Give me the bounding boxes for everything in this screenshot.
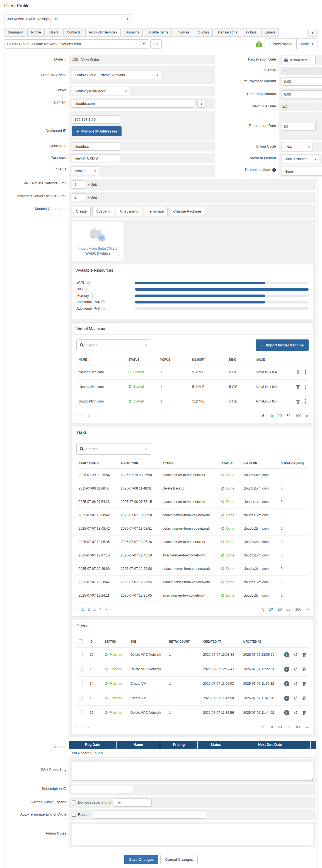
page-number-4[interactable]: 4: [99, 607, 101, 611]
page-size-50[interactable]: 50: [287, 725, 290, 729]
cancel-changes-button[interactable]: Cancel Changes: [160, 855, 198, 864]
row-checkbox[interactable]: [78, 681, 83, 685]
queue-col-retry-count[interactable]: RETRY COUNT: [167, 636, 201, 648]
service-selector[interactable]: Solus2 Cloud - Private Network - cloudbs…: [4, 39, 148, 49]
tasks-col-duration-min-[interactable]: DURATION [MIN]: [279, 459, 309, 469]
tab-contacts[interactable]: Contacts: [63, 28, 84, 36]
retry-icon[interactable]: ↺: [294, 696, 298, 701]
delete-icon[interactable]: [302, 652, 307, 657]
tab-transactions[interactable]: Transactions: [214, 28, 241, 36]
queue-col-status[interactable]: STATUS: [103, 636, 128, 648]
info-icon[interactable]: i: [284, 652, 289, 657]
help-icon[interactable]: ?: [91, 294, 94, 298]
more-actions-icon[interactable]: [304, 369, 307, 375]
page-number-1[interactable]: 1: [82, 607, 84, 611]
page-size-all[interactable]: ∞: [306, 607, 309, 611]
page-number-3[interactable]: 3: [94, 607, 96, 611]
tab-domains[interactable]: Domains: [122, 28, 143, 36]
row-checkbox[interactable]: [78, 695, 83, 700]
promotion-code-select[interactable]: None ▼: [282, 167, 322, 176]
page-size-10[interactable]: 10: [269, 725, 273, 729]
suspend-until-date-input[interactable]: [114, 798, 152, 807]
status-select[interactable]: Active ∨: [72, 166, 99, 175]
change-package-module-button[interactable]: Change Package: [169, 207, 205, 216]
more-actions-icon[interactable]: [304, 399, 307, 404]
info-icon[interactable]: i: [284, 710, 289, 715]
server-select[interactable]: Solus2 (3/200 Accc ∨: [72, 87, 130, 95]
page-size-5[interactable]: 5: [262, 725, 264, 729]
retry-icon[interactable]: ↺: [294, 710, 298, 715]
manage-ip-addresses-button[interactable]: + Manage IP Addresses: [72, 126, 122, 136]
delete-icon[interactable]: [296, 384, 300, 389]
page-size-all[interactable]: ∞: [306, 725, 309, 729]
clear-search-icon[interactable]: ✕: [145, 447, 148, 451]
import-virtual-machine-button[interactable]: + Import Virtual Machine: [256, 339, 309, 351]
info-icon[interactable]: i: [284, 666, 289, 672]
info-icon[interactable]: i: [284, 695, 289, 701]
tab-quotes[interactable]: Quotes: [194, 28, 213, 36]
page-size-50[interactable]: 50: [287, 414, 290, 418]
import-from-solusvm-card[interactable]: ↺ •• ⚙ Import From SolusVM 2.0 WHMCS Add…: [72, 222, 124, 261]
tasks-col-action[interactable]: ACTION: [160, 459, 219, 469]
retry-icon[interactable]: ↺: [294, 681, 298, 686]
unsuspend-module-button[interactable]: Unsuspend: [116, 207, 142, 216]
tab-emails[interactable]: Emails: [261, 28, 279, 36]
payment-method-select[interactable]: Bank Transfer ∨: [282, 155, 319, 163]
vm-col-disk[interactable]: DISK: [227, 355, 253, 365]
row-checkbox[interactable]: [78, 652, 83, 656]
page-size-5[interactable]: 5: [262, 414, 264, 418]
previous-page-icon[interactable]: ‹: [76, 413, 78, 418]
tab-tickets[interactable]: Tickets: [242, 28, 260, 36]
help-icon[interactable]: ?: [101, 301, 105, 304]
first-payment-input[interactable]: [282, 78, 322, 86]
terminate-reason-input[interactable]: [93, 810, 206, 818]
tabs-overflow-button[interactable]: ▼: [307, 29, 318, 36]
product-service-select[interactable]: Solus2 Cloud - Private Network ∨: [72, 70, 161, 79]
page-size-all[interactable]: ∞: [306, 414, 309, 418]
domain-input[interactable]: [72, 100, 194, 108]
delete-icon[interactable]: [296, 370, 300, 375]
new-addon-button[interactable]: + New Addon: [265, 39, 296, 49]
more-button[interactable]: More ▼: [296, 39, 318, 49]
page-size-5[interactable]: 5: [262, 607, 264, 611]
delete-icon[interactable]: [302, 710, 307, 715]
queue-col-updated-at[interactable]: UPDATED AT: [241, 636, 282, 648]
page-size-100[interactable]: 100: [295, 414, 301, 418]
delete-icon[interactable]: [302, 696, 307, 701]
page-size-100[interactable]: 100: [295, 607, 301, 611]
domain-dropdown-button[interactable]: ▼: [197, 100, 205, 108]
tab-profile[interactable]: Profile: [27, 28, 44, 36]
ssh-public-key-textarea[interactable]: [72, 761, 313, 781]
page-number-2[interactable]: 2: [88, 607, 90, 611]
page-size-20[interactable]: 20: [278, 414, 282, 418]
auto-terminate-checkbox[interactable]: [72, 813, 76, 817]
next-page-icon[interactable]: ›: [88, 725, 89, 730]
tab-products-services[interactable]: Products/Services: [85, 28, 121, 36]
suspend-module-button[interactable]: Suspend: [92, 207, 114, 216]
help-icon[interactable]: ?: [87, 281, 91, 285]
page-size-10[interactable]: 10: [269, 607, 273, 611]
retry-icon[interactable]: ↺: [294, 667, 298, 672]
queue-col-job[interactable]: JOB: [128, 636, 167, 648]
select-all-checkbox[interactable]: [78, 639, 83, 644]
page-size-10[interactable]: 10: [269, 414, 273, 418]
order-value[interactable]: 120 - View Order: [72, 58, 99, 62]
admin-notes-textarea[interactable]: [72, 824, 313, 845]
billing-cycle-select[interactable]: Free ∨: [282, 143, 313, 151]
tasks-col-vm-name[interactable]: VM NAME: [241, 459, 278, 469]
delete-icon[interactable]: [302, 667, 307, 672]
info-icon[interactable]: i: [284, 681, 289, 686]
dedicated-ip-input[interactable]: [72, 116, 120, 124]
previous-page-icon[interactable]: ‹: [76, 725, 78, 730]
tasks-col-status[interactable]: STATUS: [219, 459, 241, 469]
recurring-amount-input[interactable]: [282, 90, 322, 98]
create-module-button[interactable]: Create: [72, 207, 91, 216]
retry-icon[interactable]: ↺: [294, 652, 298, 657]
password-input[interactable]: [72, 154, 120, 162]
next-page-icon[interactable]: ›: [88, 413, 89, 418]
vm-col-name[interactable]: NAME⇅: [76, 355, 126, 365]
page-size-20[interactable]: 20: [278, 607, 282, 611]
username-input[interactable]: [72, 143, 120, 151]
terminate-module-button[interactable]: Terminate: [144, 207, 167, 216]
save-changes-button[interactable]: Save Changes: [124, 855, 159, 864]
